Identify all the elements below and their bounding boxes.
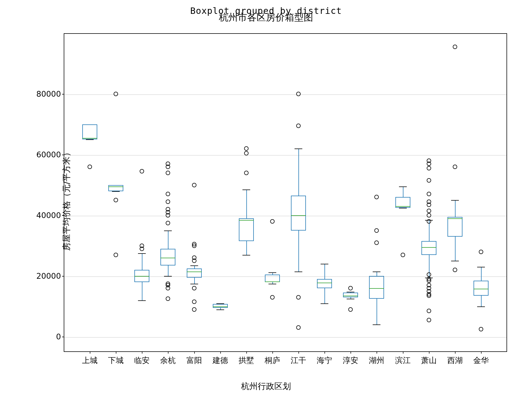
outlier-point [427,283,431,287]
median-line [421,247,436,248]
whisker-cap [268,272,276,273]
outlier-point [192,242,196,246]
y-tick-mark [62,276,64,277]
x-tick-label: 滨江 [395,355,411,366]
whisker-cap [321,264,328,264]
outlier-point [166,282,170,286]
outlier-point [427,277,431,281]
x-tick-mark [429,352,429,354]
outlier-point [479,327,483,331]
median-line [160,258,175,258]
whisker-cap [138,300,146,301]
gridline-h [64,216,507,216]
whisker-cap [347,292,354,292]
box [108,185,123,191]
x-tick-mark [220,352,221,354]
whisker-cap [138,253,146,254]
y-tick-label: 0 [33,332,61,341]
whisker-cap [295,272,302,272]
box [82,124,97,140]
outlier-point [374,195,379,199]
outlier-point [348,286,353,290]
median-line [317,283,332,283]
outlier-point [427,158,431,163]
x-tick-mark [455,352,456,354]
whisker [481,267,482,280]
y-tick-label: 80000 [33,89,61,99]
median-line [474,289,488,289]
x-tick-mark [377,352,377,354]
whisker-cap [399,208,407,208]
outlier-point [453,268,457,272]
whisker-cap [190,284,198,284]
outlier-point [348,307,353,312]
whisker [455,200,456,217]
x-tick-label: 富阳 [186,355,202,366]
whisker-cap [268,284,276,284]
median-line [343,296,358,296]
x-tick-label: 下城 [108,355,124,366]
x-tick-label: 萧山 [421,355,437,366]
x-tick-mark [194,352,195,354]
x-tick-label: 西湖 [447,355,463,366]
outlier-point [427,178,431,183]
outlier-point [296,325,301,330]
x-tick-label: 海宁 [317,355,332,366]
outlier-point [296,92,301,96]
x-tick-mark [246,352,247,354]
outlier-point [140,169,144,173]
x-tick-label: 淳安 [343,355,358,366]
x-tick-mark [324,352,325,354]
whisker [481,296,482,306]
box [160,249,175,265]
box [239,218,254,241]
y-tick-mark [62,215,64,216]
outlier-point [427,209,431,213]
whisker [246,190,247,218]
x-tick-mark [272,352,273,354]
outlier-point [192,255,196,260]
outlier-point [296,124,301,128]
box [447,217,462,237]
x-tick-mark [351,352,351,354]
outlier-point [114,253,118,257]
x-tick-mark [481,352,482,354]
whisker-cap [373,324,380,325]
median-line [369,288,384,289]
outlier-point [244,146,249,151]
outlier-point [453,165,457,169]
whisker-cap [242,190,250,190]
x-tick-label: 临安 [134,355,150,366]
outlier-point [166,162,170,166]
median-line [395,206,410,207]
outlier-point [427,166,431,170]
x-tick-label: 建德 [213,355,228,366]
box [187,268,202,278]
outlier-point [479,250,483,254]
median-line [239,220,254,221]
whisker-cap [477,267,485,267]
x-tick-label: 江干 [291,355,306,366]
median-line [447,218,462,219]
whisker [377,272,377,276]
x-tick-label: 桐庐 [265,355,280,366]
whisker-cap [86,139,94,140]
outlier-point [244,151,249,155]
outlier-point [427,200,431,204]
whisker [324,264,325,279]
median-line [134,276,149,277]
box [369,276,384,299]
outlier-point [166,207,170,211]
outlier-point [244,171,249,175]
gridline-h [64,155,507,155]
y-tick-label: 40000 [33,211,61,220]
whisker [168,231,168,249]
whisker [298,149,299,196]
whisker-cap [112,191,120,192]
x-tick-mark [116,352,116,354]
outlier-point [88,165,92,169]
box [265,275,280,282]
outlier-point [427,272,431,277]
x-tick-mark [168,352,168,354]
outlier-point [270,219,275,224]
